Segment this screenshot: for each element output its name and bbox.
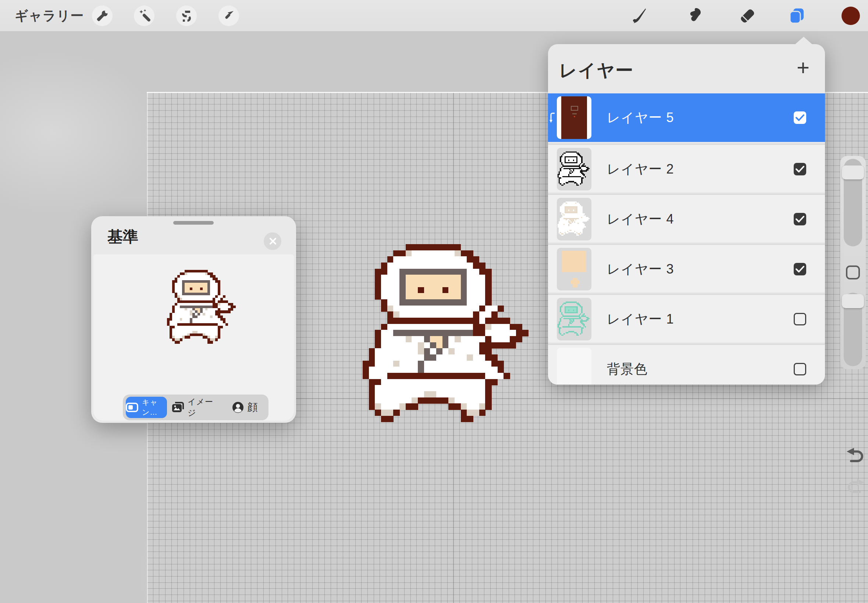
layer-visibility-checkbox[interactable] — [794, 313, 806, 325]
smudge-finger-icon — [686, 7, 703, 24]
wrench-icon — [96, 9, 108, 22]
undo-icon — [846, 447, 865, 463]
layer-row[interactable]: レイヤー 2N — [548, 144, 825, 192]
layers-panel-caret — [794, 37, 813, 45]
layer-thumbnail[interactable] — [557, 198, 591, 240]
active-color-swatch — [842, 7, 860, 25]
magic-wand-icon — [138, 9, 151, 22]
gallery-button[interactable]: ギャラリー — [15, 0, 84, 32]
layer-name: レイヤー 2 — [607, 145, 674, 193]
image-icon — [172, 402, 184, 413]
layer-visibility-checkbox[interactable] — [794, 263, 806, 275]
layers-panel: レイヤー + レイヤー 5Nレイヤー 2Nレイヤー 4N レイヤー 3Nレイヤー… — [548, 44, 825, 385]
adjustments-button[interactable] — [134, 6, 155, 26]
color-button[interactable] — [840, 6, 861, 26]
layer-thumbnail[interactable] — [557, 248, 591, 291]
brush-sidebar — [840, 156, 866, 369]
layer-name: 背景色 — [607, 345, 648, 385]
layer-visibility-checkbox[interactable] — [794, 163, 806, 175]
layer-row[interactable]: レイヤー 1N — [548, 294, 825, 342]
selection-button[interactable] — [176, 6, 197, 26]
transform-arrow-icon — [223, 9, 235, 22]
layer-thumbnail[interactable] — [557, 348, 591, 385]
clip-arrow-icon — [549, 113, 557, 125]
eraser-button[interactable] — [737, 6, 758, 26]
layer-row[interactable]: レイヤー 4N — [548, 193, 825, 242]
face-icon — [232, 402, 244, 413]
layer-thumbnail[interactable] — [557, 298, 591, 340]
brush-button[interactable] — [629, 6, 650, 26]
brush-size-handle[interactable] — [842, 165, 864, 179]
tab-image[interactable]: イメージ — [172, 397, 219, 418]
redo-icon — [846, 478, 865, 494]
reference-panel-title: 基準 — [107, 226, 138, 247]
layer-name: レイヤー 5 — [607, 93, 674, 142]
layer-name: レイヤー 4 — [607, 195, 674, 243]
undo-button[interactable] — [846, 447, 865, 463]
reference-preview-area[interactable]: キャン… イメージ 顔 — [93, 254, 294, 421]
close-button[interactable] — [264, 232, 282, 250]
layer-name: レイヤー 1 — [607, 295, 674, 343]
reference-tabs: キャン… イメージ 顔 — [123, 394, 269, 420]
tab-face[interactable]: 顔 — [224, 397, 266, 418]
layer-row[interactable]: レイヤー 3N — [548, 243, 825, 292]
layers-panel-title: レイヤー — [559, 59, 634, 82]
eraser-icon — [739, 7, 756, 24]
top-toolbar: ギャラリー — [0, 0, 868, 32]
tab-canvas[interactable]: キャン… — [126, 397, 167, 418]
reference-ninja-preview — [167, 270, 238, 343]
brush-icon — [631, 7, 648, 24]
redo-button[interactable] — [846, 478, 865, 494]
actions-button[interactable] — [92, 6, 113, 26]
drag-handle[interactable] — [173, 221, 214, 225]
transform-button[interactable] — [218, 6, 239, 26]
layer-row[interactable]: レイヤー 5N — [548, 93, 825, 142]
layers-icon — [788, 7, 806, 25]
add-layer-button[interactable]: + — [797, 57, 809, 79]
modify-button[interactable] — [846, 266, 860, 280]
layer-thumbnail[interactable] — [557, 148, 591, 190]
layer-visibility-checkbox[interactable] — [794, 111, 806, 124]
layer-visibility-checkbox[interactable] — [794, 213, 806, 226]
ninja-pixel-art — [363, 244, 534, 422]
layer-name: レイヤー 3 — [607, 245, 674, 294]
layers-panel-header: レイヤー + — [548, 44, 825, 93]
close-icon — [268, 237, 277, 246]
smudge-button[interactable] — [684, 6, 705, 26]
layers-button[interactable] — [787, 6, 807, 26]
layer-visibility-checkbox[interactable] — [794, 363, 806, 376]
selection-s-icon — [180, 9, 193, 22]
brush-opacity-handle[interactable] — [842, 294, 864, 308]
reference-panel: 基準 キャン… イメージ 顔 — [91, 216, 296, 423]
layer-row[interactable]: 背景色 — [548, 343, 825, 385]
canvas-icon — [126, 403, 138, 412]
layer-thumbnail[interactable] — [557, 96, 591, 139]
